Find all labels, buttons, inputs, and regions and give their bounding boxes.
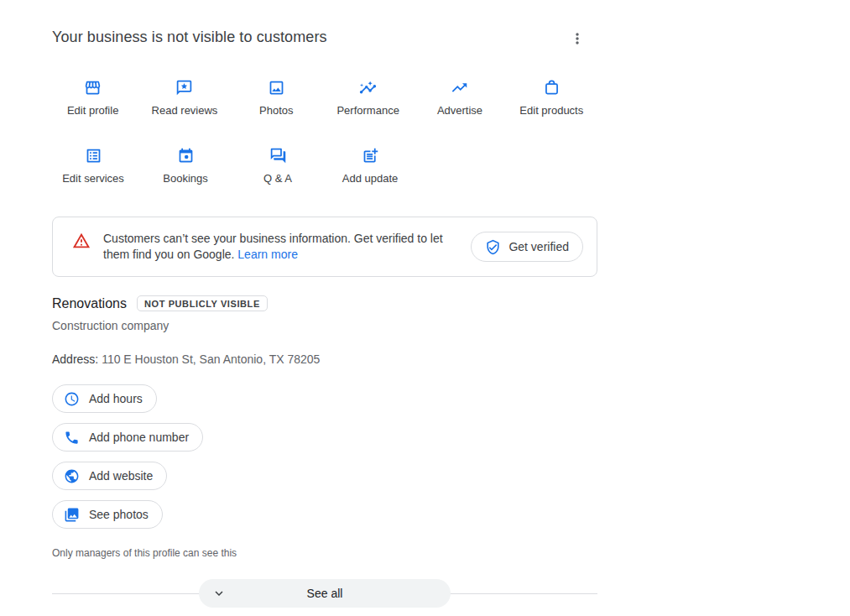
see-all-section: See all: [52, 579, 597, 608]
performance-icon: [359, 79, 377, 97]
learn-more-link[interactable]: Learn more: [237, 248, 298, 261]
get-verified-label: Get verified: [508, 240, 569, 253]
business-profile-dashboard: Your business is not visible to customer…: [0, 0, 597, 608]
get-verified-button[interactable]: Get verified: [471, 232, 583, 262]
quick-action-label: Q & A: [263, 172, 292, 185]
photo-library-icon: [64, 507, 80, 523]
see-photos-button[interactable]: See photos: [52, 500, 163, 529]
shopping-bag-icon: [543, 79, 561, 97]
chat-bubbles-icon: [269, 147, 287, 164]
header: Your business is not visible to customer…: [52, 29, 597, 49]
business-name-row: Renovations NOT PUBLICLY VISIBLE: [52, 295, 597, 311]
quick-action-edit-profile[interactable]: Edit profile: [47, 79, 138, 117]
shield-check-icon: [485, 239, 501, 255]
add-hours-button[interactable]: Add hours: [52, 384, 157, 413]
add-phone-number-button[interactable]: Add phone number: [52, 423, 203, 452]
kebab-menu-icon: [569, 30, 586, 47]
banner-message-block: Customers can’t see your business inform…: [72, 231, 449, 263]
post-add-icon: [362, 147, 379, 164]
quick-action-qa[interactable]: Q & A: [232, 147, 324, 185]
business-category: Construction company: [52, 319, 597, 332]
warning-icon: [72, 232, 91, 250]
calendar-icon: [177, 147, 195, 164]
quick-action-photos[interactable]: Photos: [231, 79, 322, 117]
add-website-button[interactable]: Add website: [52, 462, 167, 490]
globe-icon: [64, 468, 80, 484]
list-icon: [85, 147, 102, 164]
photos-icon: [268, 79, 285, 97]
quick-action-add-update[interactable]: Add update: [324, 147, 416, 185]
verification-banner: Customers can’t see your business inform…: [52, 217, 597, 277]
managers-only-note: Only managers of this profile can see th…: [52, 547, 597, 559]
quick-actions-row-1: Edit profile Read reviews Photos Perform…: [47, 79, 597, 117]
quick-action-label: Advertise: [437, 104, 482, 117]
storefront-icon: [84, 79, 102, 97]
trending-up-icon: [451, 79, 468, 97]
chevron-down-icon: [211, 586, 227, 601]
address-line: Address: 110 E Houston St, San Antonio, …: [52, 352, 597, 366]
add-website-label: Add website: [89, 469, 153, 483]
quick-action-label: Edit products: [519, 104, 583, 117]
see-all-label: See all: [307, 587, 343, 600]
business-name: Renovations: [52, 296, 127, 311]
quick-action-read-reviews[interactable]: Read reviews: [138, 79, 230, 117]
quick-actions-row-2: Edit services Bookings Q & A Add update: [47, 147, 597, 185]
banner-message: Customers can’t see your business inform…: [103, 231, 449, 263]
phone-icon: [64, 430, 80, 446]
clock-icon: [64, 391, 80, 407]
quick-action-label: Read reviews: [152, 104, 218, 117]
quick-action-edit-services[interactable]: Edit services: [47, 147, 139, 185]
see-all-button[interactable]: See all: [199, 579, 451, 608]
address-label: Address:: [52, 352, 98, 366]
quick-action-label: Add update: [342, 172, 399, 185]
quick-action-label: Photos: [259, 104, 293, 117]
profile-actions: Add hours Add phone number Add website S…: [52, 384, 597, 529]
visibility-badge: NOT PUBLICLY VISIBLE: [137, 295, 268, 311]
see-photos-label: See photos: [89, 508, 149, 521]
more-options-button[interactable]: [567, 29, 587, 49]
quick-action-label: Edit profile: [67, 104, 118, 117]
quick-action-performance[interactable]: Performance: [322, 79, 414, 117]
quick-action-advertise[interactable]: Advertise: [414, 79, 505, 117]
add-hours-label: Add hours: [89, 392, 143, 405]
add-phone-number-label: Add phone number: [89, 431, 189, 444]
address-value: 110 E Houston St, San Antonio, TX 78205: [98, 352, 320, 366]
quick-action-bookings[interactable]: Bookings: [139, 147, 232, 185]
quick-action-label: Performance: [336, 104, 399, 117]
page-title: Your business is not visible to customer…: [52, 29, 327, 46]
quick-action-label: Edit services: [62, 172, 124, 185]
quick-action-label: Bookings: [163, 172, 207, 185]
reviews-icon: [175, 79, 193, 97]
quick-action-edit-products[interactable]: Edit products: [506, 79, 597, 117]
